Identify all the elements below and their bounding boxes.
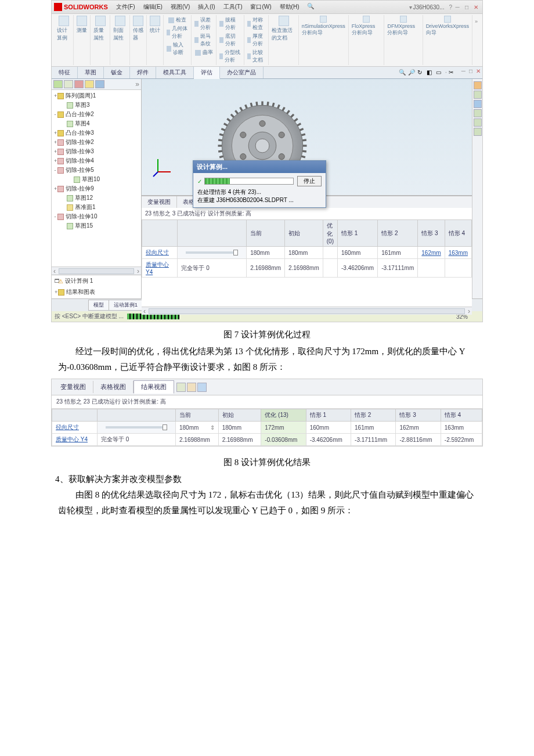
ribbon-section[interactable]: 剖面属性 [110,15,130,65]
tab-motion-study[interactable]: 运动算例1 [109,300,143,311]
s2-col-initial[interactable]: 初始 [218,409,261,422]
s2-tab-result[interactable]: 结果视图 [134,380,174,394]
ribbon-parting[interactable]: 分型线分析 [219,49,241,64]
zoom-area-icon[interactable]: 🔎 [408,69,416,77]
tab-sketch[interactable]: 草图 [78,67,104,78]
s2-slider-radial[interactable] [106,426,167,429]
col-optimal[interactable]: 优化 (0) [323,220,337,247]
search-icon[interactable]: 🔍 [304,2,317,12]
mdi-close-icon[interactable]: ✕ [474,67,482,78]
s2-col-s2[interactable]: 情形 2 [351,409,396,422]
tree-item[interactable]: 基准面1 [54,203,139,212]
ribbon-measure[interactable]: 测量 [74,15,91,65]
slider-radial[interactable] [186,251,238,254]
tree-item[interactable]: 草图15 [54,221,139,231]
ribbon-check-active[interactable]: 检查激活的文档 [269,15,298,65]
results-label[interactable]: 结果和图表 [66,288,95,296]
tab-evaluate[interactable]: 评估 [194,67,220,79]
s2-tab-variable[interactable]: 变量视图 [53,381,93,393]
menu-file[interactable]: 文件(F) [113,2,139,12]
col-s3[interactable]: 情形 3 [418,220,445,247]
tree-item[interactable]: +切除-拉伸2 [54,138,139,147]
s2-var-radial[interactable]: 径向尺寸 [56,424,79,430]
s2-tab-table[interactable]: 表格视图 [93,381,134,393]
menu-tools[interactable]: 工具(T) [220,2,246,12]
tree-item[interactable]: -切除-拉伸5 [54,165,139,175]
menu-insert[interactable]: 插入(I) [194,2,218,12]
s2-export-icon[interactable] [176,383,186,392]
ribbon-compare[interactable]: 比较文档 [247,49,265,64]
tab-mold[interactable]: 模具工具 [156,67,194,78]
task-appearance-icon[interactable] [474,118,482,127]
ribbon-dfmxpress[interactable]: DFMXpress 分析向导 [384,15,423,65]
ribbon-symmetry[interactable]: 对称检查 [247,16,265,31]
s2-col-s1[interactable]: 情形 1 [306,409,351,422]
tree-item[interactable]: +切除-拉伸9 [54,184,139,193]
ribbon-overflow-icon[interactable]: » [472,15,480,65]
col-initial[interactable]: 初始 [284,220,323,247]
menu-window[interactable]: 窗口(W) [247,2,275,12]
mdi-restore-icon[interactable]: □ [467,67,474,78]
stop-button[interactable]: 停止 [297,176,322,186]
tree-item[interactable]: +阵列(圆周)1 [54,91,139,100]
tab-variable-view[interactable]: 变量视图 [142,196,177,208]
tree-item[interactable]: 草图10 [54,175,139,184]
ribbon-geometry[interactable]: 几何体分析 [167,25,188,40]
display-style-icon[interactable]: ◧ [427,69,434,77]
ribbon-thickness[interactable]: 厚度分析 [247,33,265,48]
ribbon-import-diag[interactable]: 输入诊断 [167,41,188,56]
tree-item[interactable]: 草图4 [54,119,139,128]
tree-scrollbar[interactable]: ‹› [52,267,141,275]
ribbon-zebra[interactable]: 斑马条纹 [194,33,212,48]
tab-office[interactable]: 办公室产品 [220,67,264,78]
tree-item[interactable]: +切除-拉伸4 [54,156,139,165]
ribbon-floxpress[interactable]: FloXpress 分析向导 [349,15,385,65]
zoom-fit-icon[interactable]: 🔍 [399,69,406,77]
mdi-minimize-icon[interactable]: ─ [460,67,467,78]
s2-col-s4[interactable]: 情形 4 [441,409,482,422]
ribbon-mass[interactable]: 质量属性 [91,15,110,65]
section-view-icon[interactable]: ✂ [449,69,456,77]
s2-save-icon[interactable] [197,383,207,392]
col-s1[interactable]: 情形 1 [338,220,378,247]
study-name[interactable]: 设计算例 1 [65,277,93,285]
ribbon-draft[interactable]: 拔模分析 [219,16,241,31]
tree-item[interactable]: -切除-拉伸10 [54,212,139,221]
panel-tab-feature-icon[interactable] [53,80,63,88]
tab-sheetmetal[interactable]: 钣金 [104,67,130,78]
var-radial[interactable]: 径向尺寸 [146,249,169,255]
col-s2[interactable]: 情形 2 [378,220,418,247]
table-scrollbar[interactable]: ‹› [142,307,472,315]
task-library-icon[interactable] [474,91,482,99]
ribbon-check[interactable]: 检查 [168,16,186,24]
tab-weldment[interactable]: 焊件 [130,67,156,78]
minimize-icon[interactable]: ─ [453,3,461,10]
tree-item[interactable]: 草图3 [54,100,139,110]
task-explorer-icon[interactable] [474,100,482,108]
menu-view[interactable]: 视图(V) [167,2,193,12]
rotate-icon[interactable]: ↻ [417,69,425,77]
cell-link[interactable]: 163mm [449,250,468,256]
toolbar-dropdown-icon[interactable]: ▾ [409,4,412,10]
ribbon-sensor[interactable]: 传感器 [130,15,147,65]
s2-var-mass-y[interactable]: 质量中心 Y4 [56,436,88,442]
graphics-viewport[interactable]: 设计算例... ✓ 停止 在处理情形 4 (共有 23)... 在重建 J36H… [142,79,472,298]
col-current[interactable]: 当前 [247,220,285,247]
panel-tab-display-icon[interactable] [95,80,104,88]
panel-tab-dim-icon[interactable] [85,80,94,88]
tree-item[interactable]: 草图12 [54,193,139,203]
close-icon[interactable]: ✕ [472,3,480,10]
task-custom-icon[interactable] [474,128,482,136]
help-icon[interactable]: ? [449,4,452,10]
panel-tab-config-icon[interactable] [74,80,84,88]
feature-tree[interactable]: +阵列(圆周)1草图3-凸台-拉伸2草图4+凸台-拉伸3+切除-拉伸2+切除-拉… [52,90,141,267]
ribbon-undercut[interactable]: 底切分析 [219,33,241,48]
menu-help[interactable]: 帮助(H) [276,2,303,12]
task-view-icon[interactable] [474,109,482,117]
task-resources-icon[interactable] [474,81,482,89]
cell-link[interactable]: 162mm [421,250,441,256]
s2-col-optimal[interactable]: 优化 (13) [261,409,306,422]
panel-expand-icon[interactable]: » [135,80,139,88]
ribbon-simxpress[interactable]: nSimulationXpress 分析向导 [299,15,349,65]
spinner-icon[interactable]: ⇕ [210,424,215,431]
